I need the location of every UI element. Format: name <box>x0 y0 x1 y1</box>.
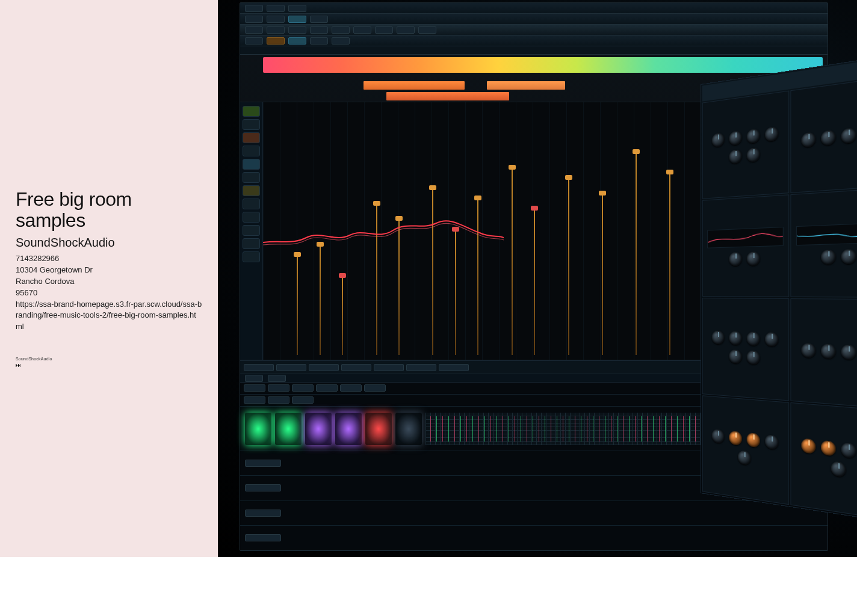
knob-icon <box>729 252 741 266</box>
mini-waveform <box>707 227 784 248</box>
audio-clip <box>364 81 464 90</box>
knob-icon <box>765 126 779 142</box>
knob-icon <box>712 132 725 147</box>
chip <box>418 26 436 34</box>
city: Rancho Cordova <box>16 276 202 288</box>
knob-icon <box>801 132 815 147</box>
rack-panel <box>702 91 789 199</box>
chip <box>276 364 306 371</box>
rack-panel <box>790 402 857 520</box>
skip-icon: ⏭ <box>16 362 202 368</box>
chip <box>397 26 415 34</box>
phone-number: 7143282966 <box>16 253 202 265</box>
knob-icon <box>712 331 725 345</box>
chip <box>244 396 265 404</box>
chip <box>244 384 265 392</box>
chip <box>288 16 306 23</box>
knob-icon <box>841 128 856 144</box>
zip-code: 95670 <box>16 288 202 299</box>
ruler <box>240 46 828 55</box>
chip <box>310 37 328 45</box>
chip <box>245 37 263 45</box>
chip <box>353 26 371 34</box>
chip <box>245 534 281 541</box>
chip <box>288 37 306 45</box>
knob-icon <box>765 332 779 346</box>
knob-icon <box>821 440 835 457</box>
rack-panel <box>790 188 857 298</box>
chip <box>244 364 274 371</box>
chip <box>267 16 285 23</box>
waveform-line <box>263 209 504 257</box>
knob-icon <box>729 149 741 164</box>
tabbar <box>240 35 828 46</box>
knob-icon <box>747 129 760 144</box>
knob-icon <box>841 249 856 264</box>
track-button <box>243 172 260 183</box>
knob-icon <box>747 433 760 448</box>
rack-panel <box>790 76 857 193</box>
track-button <box>243 238 260 249</box>
track-button <box>243 251 260 262</box>
chip <box>245 375 263 382</box>
knob-icon <box>821 250 835 265</box>
chip <box>245 460 281 467</box>
track-button <box>243 132 260 143</box>
page-url: https://ssa-brand-homepage.s3.fr-par.scw… <box>16 299 202 333</box>
chip <box>268 375 286 382</box>
track-button <box>243 159 260 170</box>
track-button <box>243 106 260 117</box>
knob-icon <box>729 350 741 364</box>
knob-icon <box>729 331 741 345</box>
footer-block: SoundShockAudio ⏭ <box>16 357 202 368</box>
track-button <box>243 146 260 156</box>
daw-illustration <box>218 0 857 557</box>
info-panel: Free big room samples SoundShockAudio 71… <box>0 0 218 557</box>
drum-pad <box>275 413 302 445</box>
track-sidebar <box>240 102 263 360</box>
chip <box>292 384 314 392</box>
rack-panel <box>702 395 789 505</box>
knob-icon <box>821 344 835 359</box>
spectrum-strip <box>263 57 823 73</box>
knob-icon <box>712 429 725 444</box>
knob-icon <box>821 130 835 146</box>
drum-pad <box>245 413 271 445</box>
chip <box>288 26 306 34</box>
knob-icon <box>801 438 815 454</box>
effects-rack <box>701 55 857 522</box>
knob-icon <box>747 350 760 365</box>
knob-icon <box>801 343 815 358</box>
mini-waveform <box>796 223 857 245</box>
page-title: Free big room samples <box>16 189 202 231</box>
chip <box>245 510 281 517</box>
drum-pad <box>365 413 392 445</box>
track-button <box>243 212 260 223</box>
chip <box>310 26 328 34</box>
knob-icon <box>841 442 856 458</box>
knob-icon <box>729 131 741 146</box>
chip <box>245 16 263 23</box>
chip <box>245 26 263 34</box>
brand-name: SoundShockAudio <box>16 236 202 250</box>
chip <box>267 5 285 12</box>
chip <box>267 26 285 34</box>
audio-clip <box>487 81 565 90</box>
knob-icon <box>747 331 760 346</box>
track-button <box>243 199 260 209</box>
chip <box>332 26 350 34</box>
chip <box>341 364 371 371</box>
rack-panel <box>790 298 857 409</box>
knob-icon <box>765 434 779 450</box>
chip <box>309 364 339 371</box>
chip <box>340 384 362 392</box>
chip <box>310 16 328 23</box>
chip <box>245 5 263 12</box>
knob-icon <box>747 147 760 162</box>
chip <box>374 364 404 371</box>
knob-icon <box>747 251 760 265</box>
toolbar <box>240 25 828 35</box>
rack-panel <box>702 194 789 297</box>
track-button <box>243 225 260 236</box>
rack-panel <box>702 298 789 401</box>
